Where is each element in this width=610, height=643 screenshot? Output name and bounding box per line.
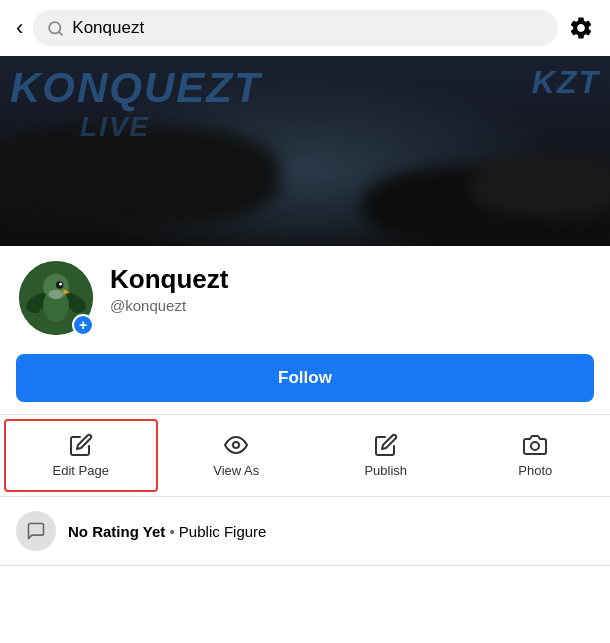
action-row: Edit Page View As Publish Photo	[0, 414, 610, 497]
edit-page-label: Edit Page	[53, 463, 109, 478]
profile-name: Konquezt	[110, 264, 228, 295]
eye-icon	[224, 433, 248, 457]
svg-line-1	[59, 31, 62, 34]
header: ‹ Konquezt	[0, 0, 610, 56]
add-badge[interactable]: +	[72, 314, 94, 336]
cover-photo: KONQUEZT KZT LIVE	[0, 56, 610, 246]
rating-text: No Rating Yet • Public Figure	[68, 523, 266, 540]
edit-icon	[374, 433, 398, 457]
view-as-label: View As	[213, 463, 259, 478]
rating-row: No Rating Yet • Public Figure	[0, 497, 610, 566]
photo-label: Photo	[518, 463, 552, 478]
edit-page-button[interactable]: Edit Page	[4, 419, 158, 492]
cover-graffiti-3: LIVE	[80, 111, 150, 143]
photo-button[interactable]: Photo	[461, 415, 611, 496]
back-button[interactable]: ‹	[16, 17, 23, 39]
svg-point-11	[233, 442, 239, 448]
view-as-button[interactable]: View As	[162, 415, 312, 496]
svg-point-12	[531, 442, 539, 450]
svg-point-10	[49, 290, 64, 299]
search-icon	[47, 20, 64, 37]
search-bar[interactable]: Konquezt	[33, 10, 558, 46]
cover-graffiti-2: KZT	[532, 64, 600, 101]
search-value: Konquezt	[72, 18, 144, 38]
settings-icon[interactable]	[568, 15, 594, 41]
publish-label: Publish	[364, 463, 407, 478]
camera-icon	[523, 433, 547, 457]
svg-point-8	[59, 283, 62, 286]
avatar-wrapper: +	[16, 258, 96, 338]
profile-handle: @konquezt	[110, 297, 228, 314]
profile-info: Konquezt @konquezt	[110, 258, 228, 314]
cover-graffiti-1: KONQUEZT	[10, 64, 262, 112]
profile-section: + Konquezt @konquezt	[0, 246, 610, 350]
follow-button[interactable]: Follow	[16, 354, 594, 402]
pencil-icon	[69, 433, 93, 457]
rating-icon	[16, 511, 56, 551]
publish-button[interactable]: Publish	[311, 415, 461, 496]
